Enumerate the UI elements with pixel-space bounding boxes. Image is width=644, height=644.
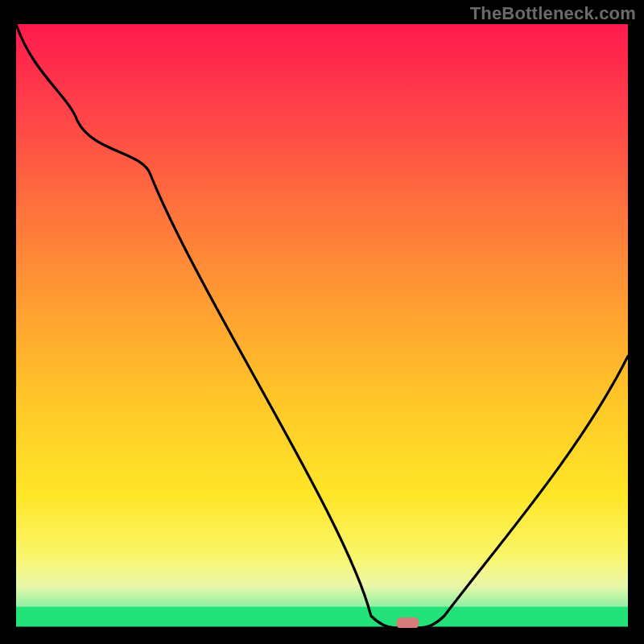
- watermark-label: TheBottleneck.com: [470, 3, 636, 24]
- green-band: [16, 607, 628, 628]
- chart-container: TheBottleneck.com: [0, 0, 644, 644]
- plot-area: [16, 24, 628, 628]
- gradient-background: [16, 24, 628, 628]
- chart-svg: [16, 24, 628, 628]
- optimal-marker: [396, 617, 419, 628]
